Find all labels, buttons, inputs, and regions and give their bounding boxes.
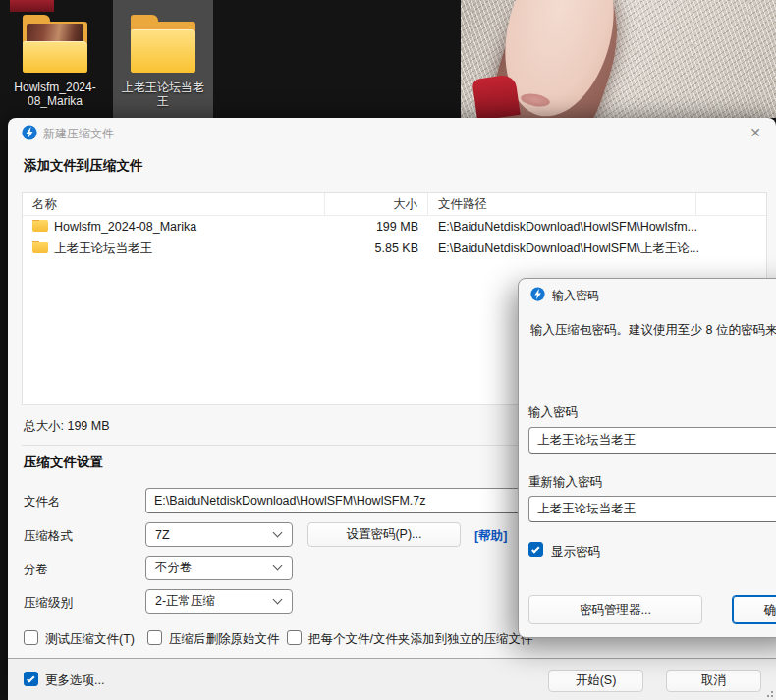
bandizip-app-icon: [530, 287, 545, 301]
cancel-button[interactable]: 取消: [666, 670, 761, 692]
password-description: 输入压缩包密码。建议使用至少 8 位的密码来保: [530, 322, 776, 339]
dialog-title: 新建压缩文件: [43, 126, 114, 142]
check-icon: [27, 674, 34, 682]
folder-icon: [21, 20, 89, 73]
folder-icon: [32, 242, 48, 253]
more-options-label[interactable]: 更多选项...: [45, 673, 104, 689]
reenter-password-label: 重新输入密码: [528, 474, 602, 491]
wallpaper-photo: [447, 0, 776, 118]
archive-settings-heading: 压缩文件设置: [24, 454, 103, 471]
desktop-background: Howlsfm_2024- 08_Marika 上老王论坛当老 王: [0, 0, 776, 118]
filename-label: 文件名: [24, 494, 61, 511]
password-manager-button[interactable]: 密码管理器...: [528, 595, 702, 624]
folder-label: Howlsfm_2024- 08_Marika: [14, 81, 95, 108]
chevron-down-icon: [273, 594, 283, 604]
check-icon: [531, 545, 539, 553]
separate-archives-label[interactable]: 把每个文件/文件夹添加到独立的压缩文件: [308, 631, 532, 648]
delete-after-label[interactable]: 压缩后删除原始文件: [169, 631, 280, 648]
show-password-label[interactable]: 显示密码: [551, 544, 600, 561]
folder-icon: [129, 20, 197, 73]
volume-label: 分卷: [24, 562, 48, 578]
show-password-checkbox[interactable]: [528, 542, 543, 557]
dialog-footer: 更多选项... 开始(S) 取消: [8, 658, 776, 700]
column-header-name[interactable]: 名称: [23, 193, 325, 215]
column-header-path[interactable]: 文件路径: [428, 193, 696, 215]
separate-archives-checkbox[interactable]: [287, 630, 302, 645]
help-link[interactable]: [帮助]: [474, 528, 507, 545]
delete-after-checkbox[interactable]: [147, 630, 162, 645]
chevron-down-icon: [273, 527, 283, 537]
titlebar[interactable]: 新建压缩文件 ✕: [8, 118, 776, 147]
format-label: 压缩格式: [24, 528, 73, 545]
enter-password-input[interactable]: [528, 427, 776, 454]
folder-label: 上老王论坛当老 王: [122, 81, 204, 108]
test-archive-checkbox[interactable]: [24, 630, 38, 645]
wallpaper-dark-edge: [447, 0, 461, 118]
ok-button[interactable]: 确定: [732, 595, 776, 624]
close-icon[interactable]: ✕: [743, 121, 768, 144]
desktop-folder-howlsfm[interactable]: Howlsfm_2024- 08_Marika: [5, 0, 105, 118]
test-archive-label[interactable]: 测试压缩文件(T): [45, 631, 135, 648]
wallpaper-red-clothing: [471, 74, 520, 118]
chevron-down-icon: [273, 561, 283, 570]
more-options-checkbox[interactable]: [24, 672, 38, 686]
desktop-folder-laowang[interactable]: 上老王论坛当老 王: [113, 0, 213, 118]
add-files-heading: 添加文件到压缩文件: [24, 157, 143, 175]
screen: Howlsfm_2024- 08_Marika 上老王论坛当老 王: [0, 0, 776, 700]
folder-icon: [32, 220, 48, 232]
format-dropdown[interactable]: 7Z: [145, 522, 293, 547]
reenter-password-input[interactable]: [528, 496, 776, 522]
total-size-text: 总大小: 199 MB: [24, 418, 110, 435]
table-row[interactable]: 上老王论坛当老王 5.85 KB E:\BaiduNetdiskDownload…: [23, 238, 766, 259]
level-dropdown[interactable]: 2-正常压缩: [145, 589, 293, 614]
dialog-title: 输入密码: [552, 288, 599, 304]
column-header-size[interactable]: 大小: [325, 193, 428, 215]
volume-dropdown[interactable]: 不分卷: [145, 556, 293, 580]
enter-password-dialog: 输入密码 输入压缩包密码。建议使用至少 8 位的密码来保 输入密码 重新输入密码…: [518, 278, 776, 638]
bandizip-app-icon: [22, 125, 37, 140]
table-row[interactable]: Howlsfm_2024-08_Marika 199 MB E:\BaiduNe…: [23, 216, 766, 238]
level-label: 压缩级别: [24, 595, 73, 612]
table-header[interactable]: 名称 大小 文件路径: [23, 193, 766, 216]
enter-password-label: 输入密码: [528, 404, 578, 421]
start-button[interactable]: 开始(S): [548, 670, 643, 692]
set-password-button[interactable]: 设置密码(P)...: [307, 522, 461, 547]
resize-grip[interactable]: [765, 689, 773, 697]
